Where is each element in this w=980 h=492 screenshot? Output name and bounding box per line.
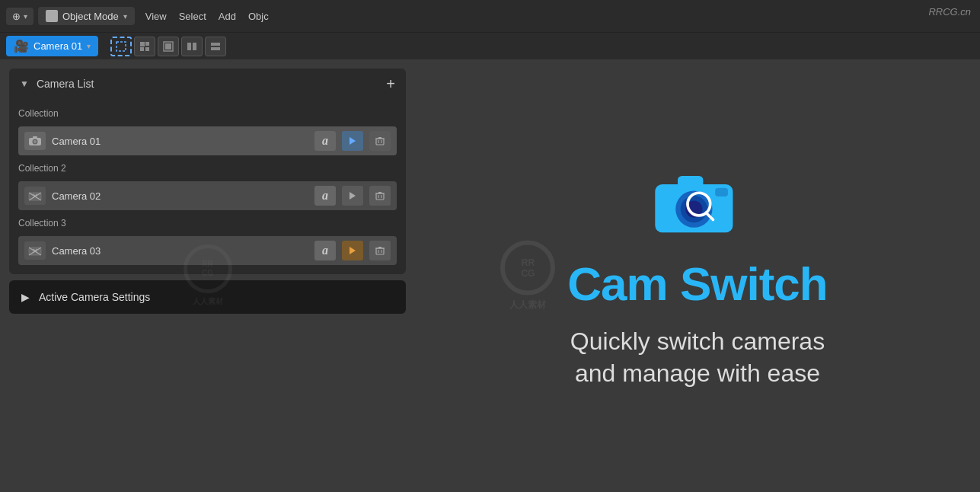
mode-icon bbox=[46, 10, 58, 22]
svg-marker-24 bbox=[350, 192, 356, 200]
svg-rect-46 bbox=[715, 188, 728, 196]
camera-03-name: Camera 03 bbox=[52, 245, 308, 257]
svg-rect-40 bbox=[678, 176, 703, 189]
collapse-arrow-icon[interactable]: ▼ bbox=[20, 78, 29, 89]
second-bar: 🎥 Camera 01 ▾ bbox=[0, 32, 980, 59]
camera-selector-icon: 🎥 bbox=[14, 39, 29, 53]
branding-content: Cam Switch Quickly switch cameras and ma… bbox=[567, 162, 827, 389]
camera-list-panel: ▼ Camera List + Collection bbox=[9, 69, 406, 274]
panel-header-left: ▼ Camera List bbox=[20, 78, 94, 90]
camera-02-switch-btn[interactable] bbox=[342, 186, 363, 206]
transform-icon: ⊕ bbox=[12, 11, 21, 22]
active-camera-settings-title: Active Camera Settings bbox=[39, 291, 150, 303]
svg-rect-6 bbox=[165, 43, 171, 50]
svg-rect-14 bbox=[33, 136, 37, 139]
svg-rect-16 bbox=[376, 139, 384, 145]
top-bar: ⊕ ▾ Object Mode ▾ View Select Add Objc R… bbox=[0, 0, 980, 32]
site-watermark: RRCG.cn bbox=[928, 6, 971, 18]
camera-01-thumb bbox=[24, 132, 46, 150]
camera-02-thumb bbox=[24, 187, 46, 205]
menu-view[interactable]: View bbox=[145, 11, 167, 22]
view-icon-3[interactable] bbox=[181, 37, 203, 56]
camera-03-delete-btn[interactable] bbox=[369, 241, 391, 260]
mode-label: Object Mode bbox=[62, 11, 119, 22]
view-icon-1[interactable] bbox=[134, 37, 155, 56]
view-icon-4[interactable] bbox=[205, 37, 226, 56]
svg-rect-1 bbox=[140, 42, 145, 46]
camera-row-1[interactable]: Camera 01 a bbox=[18, 126, 397, 155]
svg-marker-33 bbox=[350, 247, 356, 254]
camera-01-switch-btn[interactable] bbox=[342, 131, 363, 151]
camera-list-title: Camera List bbox=[37, 78, 94, 90]
camera-03-thumb bbox=[24, 241, 46, 260]
svg-rect-25 bbox=[376, 193, 384, 200]
menu-select[interactable]: Select bbox=[179, 11, 206, 22]
camera-02-name: Camera 02 bbox=[52, 190, 308, 202]
menu-add[interactable]: Add bbox=[219, 11, 236, 22]
camera-list-body: Collection Camera 01 a bbox=[9, 99, 406, 274]
cam-switch-logo bbox=[648, 162, 747, 241]
transform-dropdown-arrow: ▾ bbox=[24, 12, 27, 21]
camera-list-header: ▼ Camera List + bbox=[9, 69, 406, 99]
mode-dropdown-arrow: ▾ bbox=[123, 12, 127, 21]
camera-selector[interactable]: 🎥 Camera 01 ▾ bbox=[6, 36, 98, 56]
collection-2-label: Collection 2 bbox=[18, 163, 397, 174]
camera-02-rename-btn[interactable]: a bbox=[314, 186, 336, 206]
left-panel: ▼ Camera List + Collection bbox=[0, 59, 415, 492]
svg-rect-2 bbox=[145, 42, 149, 46]
selected-camera-name: Camera 01 bbox=[34, 40, 82, 52]
object-mode-selector[interactable]: Object Mode ▾ bbox=[38, 7, 135, 25]
camera-selector-arrow: ▾ bbox=[87, 42, 91, 50]
active-camera-settings-section[interactable]: ▶ Active Camera Settings bbox=[9, 280, 406, 314]
menu-bar: View Select Add Objc bbox=[145, 11, 269, 22]
camera-row-3[interactable]: Camera 03 a bbox=[18, 236, 397, 265]
svg-rect-8 bbox=[193, 43, 196, 50]
svg-rect-3 bbox=[140, 47, 144, 51]
camera-01-delete-btn[interactable] bbox=[369, 131, 391, 151]
brand-subtitle: Quickly switch cameras and manage with e… bbox=[570, 326, 825, 389]
menu-object[interactable]: Objc bbox=[248, 11, 269, 22]
transform-widget[interactable]: ⊕ ▾ bbox=[6, 8, 34, 25]
view-icon-2[interactable] bbox=[158, 37, 179, 56]
camera-02-delete-btn[interactable] bbox=[369, 186, 391, 206]
view-icon-group bbox=[110, 37, 226, 56]
brand-title: Cam Switch bbox=[567, 257, 827, 311]
svg-point-13 bbox=[34, 140, 37, 143]
svg-rect-10 bbox=[211, 47, 220, 50]
camera-row-2[interactable]: Camera 02 a bbox=[18, 181, 397, 210]
right-panel: Cam Switch Quickly switch cameras and ma… bbox=[415, 59, 980, 492]
add-camera-button[interactable]: + bbox=[386, 76, 395, 91]
expand-icon: ▶ bbox=[21, 291, 30, 303]
svg-rect-34 bbox=[376, 248, 384, 254]
svg-rect-0 bbox=[117, 42, 126, 51]
view-select-box-icon[interactable] bbox=[110, 37, 132, 56]
camera-01-rename-btn[interactable]: a bbox=[314, 131, 336, 151]
collection-1-label: Collection bbox=[18, 108, 397, 119]
camera-03-switch-btn[interactable] bbox=[342, 241, 363, 260]
main-area: ▼ Camera List + Collection bbox=[0, 59, 980, 492]
camera-01-name: Camera 01 bbox=[52, 136, 308, 147]
svg-rect-7 bbox=[187, 43, 191, 50]
svg-rect-4 bbox=[145, 47, 149, 51]
svg-rect-9 bbox=[211, 43, 220, 46]
svg-marker-15 bbox=[350, 137, 356, 145]
collection-3-label: Collection 3 bbox=[18, 218, 397, 228]
rrcg-watermark: RRCG 人人素材 bbox=[500, 241, 555, 311]
camera-03-rename-btn[interactable]: a bbox=[314, 241, 336, 260]
